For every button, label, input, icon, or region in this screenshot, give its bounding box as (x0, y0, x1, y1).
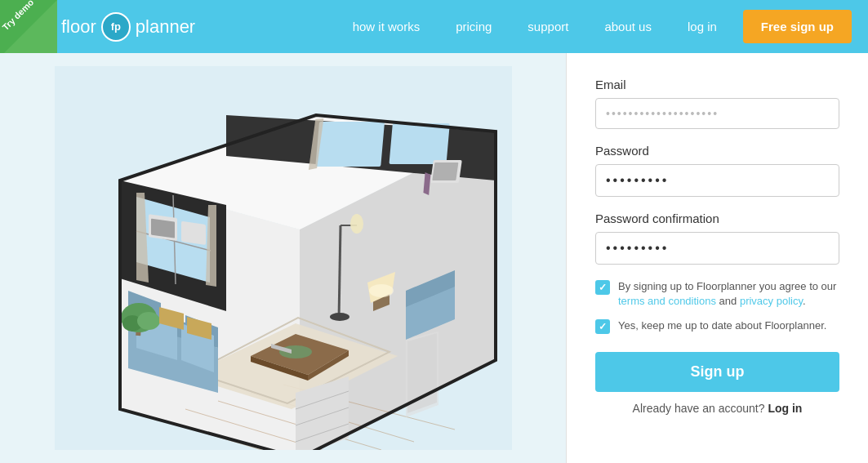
terms-checkbox-row: By signing up to Floorplanner you agree … (595, 279, 839, 309)
login-link[interactable]: Log in (768, 402, 802, 415)
svg-line-45 (339, 225, 341, 319)
svg-point-48 (350, 214, 363, 234)
newsletter-checkbox-row: Yes, keep me up to date about Floorplann… (595, 318, 839, 334)
svg-rect-11 (315, 122, 385, 167)
logo[interactable]: floor fp planner (61, 12, 195, 42)
email-input[interactable] (595, 98, 839, 129)
terms-link[interactable]: terms and conditions (618, 295, 716, 307)
try-demo-badge[interactable]: Try demo (0, 0, 57, 57)
svg-point-46 (330, 313, 349, 321)
svg-point-34 (137, 312, 160, 330)
room-illustration-panel (0, 53, 566, 463)
svg-rect-44 (432, 162, 458, 180)
privacy-link[interactable]: privacy policy (740, 295, 803, 307)
nav-item-log-in[interactable]: log in (670, 0, 735, 53)
password-input[interactable] (595, 164, 839, 197)
terms-text: By signing up to Floorplanner you agree … (618, 279, 839, 309)
password-label: Password (595, 144, 839, 158)
password-confirm-label: Password confirmation (595, 211, 839, 225)
svg-rect-42 (181, 221, 206, 245)
svg-rect-12 (389, 123, 449, 164)
nav-item-about-us[interactable]: about us (586, 0, 670, 53)
logo-text-before: floor (61, 16, 96, 38)
sign-up-button[interactable]: Sign up (595, 352, 839, 392)
newsletter-text: Yes, keep me up to date about Floorplann… (618, 318, 826, 333)
nav-item-support[interactable]: support (510, 0, 586, 53)
signup-form-panel: Email Password Password confirmation By … (566, 53, 868, 463)
password-confirm-input[interactable] (595, 232, 839, 265)
logo-text-after: planner (136, 16, 195, 38)
svg-point-39 (369, 284, 394, 297)
free-signup-button[interactable]: Free sign up (743, 10, 852, 43)
header: Try demo floor fp planner how it works p… (0, 0, 868, 53)
terms-checkbox[interactable] (595, 280, 610, 295)
logo-icon: fp (101, 12, 131, 42)
newsletter-checkbox[interactable] (595, 319, 610, 334)
nav-item-how-it-works[interactable]: how it works (335, 0, 438, 53)
svg-rect-41 (151, 219, 175, 238)
email-label: Email (595, 78, 839, 91)
nav-item-pricing[interactable]: pricing (438, 0, 510, 53)
room-3d-view (55, 66, 512, 450)
svg-point-29 (279, 345, 312, 358)
already-account-text: Already have an account? Log in (595, 402, 839, 415)
try-demo-label: Try demo (0, 0, 38, 35)
main-content: Email Password Password confirmation By … (0, 53, 868, 463)
main-nav: how it works pricing support about us lo… (335, 0, 852, 53)
